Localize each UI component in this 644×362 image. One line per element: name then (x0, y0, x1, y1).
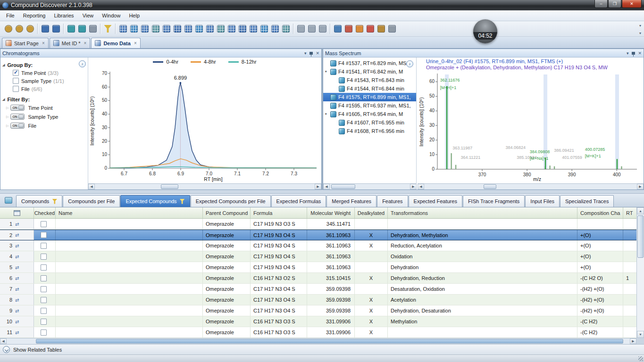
grid-view-icon-8[interactable] (280, 23, 291, 34)
toggle-switch[interactable]: on (10, 114, 25, 120)
menu-window[interactable]: Window (98, 11, 125, 20)
scroll-right-icon[interactable]: ▶ (315, 184, 321, 189)
expander-icon[interactable]: ▷ (6, 106, 8, 110)
row-link-icon[interactable]: ⇄ (15, 319, 19, 324)
redo-icon[interactable] (76, 23, 87, 34)
row-link-icon[interactable]: ⇄ (15, 254, 19, 259)
row-checkbox[interactable] (41, 232, 47, 238)
filter-icon[interactable] (102, 23, 113, 34)
scroll-right-icon[interactable]: ▶ (630, 338, 636, 344)
expander-icon[interactable]: ◢ (2, 63, 5, 67)
group-by-header[interactable]: ◢Group By: (0, 61, 88, 69)
spectrum-tree-item[interactable]: F4 #1544, RT=6.844 min (323, 84, 416, 93)
spectrum-tree-item[interactable]: F4 #1543, RT=6.843 min (323, 76, 416, 84)
row-gutter[interactable]: 1⇄ (0, 219, 34, 229)
document-tab-met-id-[interactable]: Met ID *× (50, 38, 91, 48)
row-gutter[interactable]: 6⇄ (0, 273, 34, 283)
column-header-name[interactable]: Name (56, 207, 203, 218)
scroll-left-icon[interactable]: ◀ (0, 338, 7, 344)
spectrum-tree-item[interactable]: F4 #1595, RT=6.937 min, MS1, (323, 101, 416, 110)
undo-icon[interactable] (66, 23, 76, 34)
highlight-icon[interactable] (332, 23, 343, 34)
result-tab-expected-compounds[interactable]: Expected Compounds (120, 195, 190, 207)
panel-menu-icon[interactable]: ▾ (304, 51, 307, 56)
save-icon[interactable] (40, 23, 50, 34)
tag-orange-icon[interactable] (354, 23, 365, 34)
row-link-icon[interactable]: ⇄ (15, 232, 19, 238)
checkbox[interactable] (13, 70, 19, 76)
row-gutter[interactable]: 10⇄ (0, 316, 34, 327)
pin-icon[interactable] (632, 52, 635, 55)
menu-libraries[interactable]: Libraries (50, 11, 78, 20)
result-tab-specialized-traces[interactable]: Specialized Traces (560, 195, 614, 207)
table-settings-icon[interactable] (14, 210, 20, 216)
row-gutter[interactable]: 11⇄ (0, 327, 34, 337)
tag-red-icon[interactable] (365, 23, 376, 34)
checkbox[interactable] (13, 86, 19, 92)
scroll-thumb[interactable] (331, 184, 355, 189)
row-gutter[interactable]: 3⇄ (0, 240, 34, 251)
show-related-tables-label[interactable]: Show Related Tables (13, 347, 62, 353)
checkbox[interactable] (13, 78, 19, 84)
workflow-view-icon[interactable] (193, 23, 204, 34)
panel-close-icon[interactable]: ✕ (316, 51, 319, 56)
row-link-icon[interactable]: ⇄ (15, 276, 19, 281)
expander-icon[interactable]: ▾ (325, 112, 330, 116)
scroll-thumb[interactable] (161, 184, 178, 189)
close-button[interactable]: ✕ (622, 0, 642, 8)
table-row[interactable]: 11⇄OmeprazoleC16 H17 N3 O3 S331.09906X-(… (0, 327, 636, 338)
menu-file[interactable]: File (2, 11, 19, 20)
pin-icon[interactable] (309, 52, 313, 55)
formulas-view-icon[interactable] (161, 23, 172, 34)
column-header-dealkylated[interactable]: Dealkylated (355, 207, 388, 218)
row-checkbox[interactable] (41, 297, 47, 303)
row-checkbox[interactable] (41, 308, 47, 314)
scroll-left-icon[interactable]: ◀ (418, 184, 424, 189)
scroll-thumb[interactable] (637, 215, 644, 258)
table-hscrollbar[interactable]: ◀ ▶ (0, 338, 636, 344)
table-row[interactable]: 2⇄OmeprazoleC17 H19 N3 O4 S361.10963XDeh… (0, 230, 636, 240)
row-gutter[interactable]: 4⇄ (0, 251, 34, 262)
spectrum-hscrollbar[interactable]: ◀ ▶ (418, 183, 644, 189)
row-link-icon[interactable]: ⇄ (15, 287, 19, 292)
table-row[interactable]: 1⇄OmeprazoleC17 H19 N3 O3 S345.11471 (0, 219, 636, 230)
spectra-view-icon[interactable] (150, 23, 161, 34)
expander-icon[interactable]: ▷ (6, 124, 8, 128)
scroll-left-icon[interactable]: ◀ (88, 184, 95, 189)
spectrum-tree-item[interactable]: F4 #1607, RT=6.955 min (323, 118, 416, 127)
scroll-right-icon[interactable]: ▶ (637, 184, 644, 189)
document-tab-demo-data[interactable]: Demo Data× (91, 38, 140, 48)
tab-close-icon[interactable]: × (134, 41, 137, 46)
spectrum-tree-item[interactable]: F4 #1537, RT=6.829 min, MS1, (323, 59, 416, 67)
result-tab-expected-compounds-per-file[interactable]: Expected Compounds per File (191, 195, 271, 207)
row-checkbox[interactable] (41, 254, 47, 260)
row-gutter[interactable]: 9⇄ (0, 305, 34, 316)
row-gutter[interactable]: 2⇄ (0, 230, 34, 240)
grid-view-icon-2[interactable] (215, 23, 226, 34)
filter-by-item-sample-type[interactable]: ▷onSample Type (0, 112, 88, 121)
row-link-icon[interactable]: ⇄ (15, 265, 19, 270)
table-row[interactable]: 3⇄OmeprazoleC17 H19 N3 O4 S361.10963XRed… (0, 240, 636, 251)
expander-icon[interactable]: ▷ (6, 115, 8, 119)
grid-view-icon-4[interactable] (237, 23, 248, 34)
row-link-icon[interactable]: ⇄ (15, 222, 19, 227)
compounds-view-icon[interactable] (117, 23, 128, 34)
table-vscrollbar[interactable]: ▲ ▼ (636, 207, 644, 338)
column-header-rt[interactable]: RT (623, 207, 636, 218)
table-row[interactable]: 8⇄OmeprazoleC17 H17 N3 O4 S359.09398XAce… (0, 295, 636, 305)
chromatogram-hscrollbar[interactable]: ◀ ▶ (88, 183, 321, 189)
flask-icon[interactable] (376, 23, 386, 34)
table-row[interactable]: 6⇄OmeprazoleC16 H17 N3 O2 S315.10415XDeh… (0, 273, 636, 284)
print-icon[interactable] (295, 23, 306, 34)
menu-help[interactable]: Help (125, 11, 144, 20)
row-checkbox[interactable] (41, 286, 47, 292)
save-all-icon[interactable] (50, 23, 61, 34)
result-tab-features[interactable]: Features (377, 195, 408, 207)
collapse-options-pane-button[interactable]: › (79, 60, 86, 67)
scissors-icon[interactable] (343, 23, 354, 34)
row-gutter[interactable]: 5⇄ (0, 262, 34, 272)
print-preview-icon[interactable] (306, 23, 317, 34)
row-checkbox[interactable] (41, 275, 47, 281)
scroll-thumb[interactable] (36, 339, 623, 344)
table-row[interactable]: 9⇄OmeprazoleC17 H17 N3 O4 S359.09398XDeh… (0, 305, 636, 316)
